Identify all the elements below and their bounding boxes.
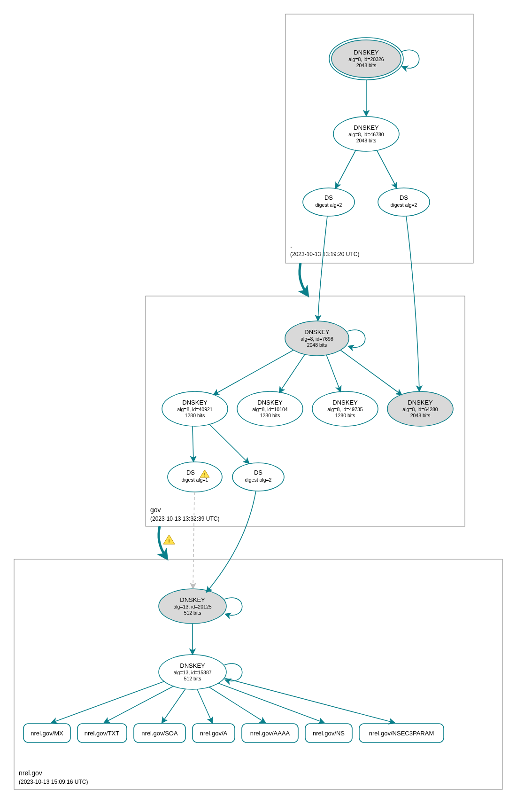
edge-zsk-to-soa (162, 689, 185, 723)
svg-text:alg=8, id=64280: alg=8, id=64280 (402, 406, 438, 412)
node-gov-zsk4: DNSKEY alg=8, id=64280 2048 bits (387, 391, 453, 426)
edge-gov-ds2-to-nrel-ksk (207, 491, 256, 592)
svg-text:DNSKEY: DNSKEY (332, 399, 358, 406)
node-gov-zsk2: DNSKEY alg=8, id=10104 1280 bits (237, 391, 303, 426)
node-gov-ksk: DNSKEY alg=8, id=7698 2048 bits (285, 321, 349, 356)
node-gov-ds2: DS digest alg=2 (232, 463, 284, 491)
edge-root-zsk-to-ds1 (336, 150, 356, 188)
svg-text:nrel.gov/A: nrel.gov/A (200, 730, 228, 737)
edge-gov-zsk1-to-ds2 (209, 424, 249, 463)
edge-gov-ksk-to-zsk2 (279, 354, 305, 392)
svg-text:DS: DS (254, 469, 262, 476)
svg-text:alg=8, id=10104: alg=8, id=10104 (252, 406, 287, 412)
delegation-root-to-gov (300, 263, 308, 295)
svg-text:512 bits: 512 bits (184, 610, 201, 616)
zone-timestamp-root: (2023-10-13 13:19:20 UTC) (290, 251, 359, 258)
edge-self-root-ksk (401, 50, 419, 68)
zone-label-nrel: nrel.gov (19, 769, 42, 777)
svg-text:DNSKEY: DNSKEY (354, 124, 379, 131)
edge-gov-ds1-to-nrel-ksk (193, 492, 194, 588)
svg-text:DNSKEY: DNSKEY (354, 49, 379, 56)
edge-zsk-to-nsec3 (224, 678, 394, 723)
svg-text:2048 bits: 2048 bits (356, 62, 377, 68)
svg-text:nrel.gov/TXT: nrel.gov/TXT (85, 730, 119, 737)
svg-text:1280 bits: 1280 bits (335, 413, 355, 418)
edge-zsk-to-mx (52, 681, 164, 723)
svg-text:nrel.gov/NSEC3PARAM: nrel.gov/NSEC3PARAM (369, 730, 434, 737)
edge-zsk-to-txt (104, 686, 174, 723)
svg-text:DNSKEY: DNSKEY (180, 596, 205, 603)
svg-text:512 bits: 512 bits (184, 676, 201, 681)
svg-text:digest alg=2: digest alg=2 (245, 477, 272, 483)
node-gov-zsk3: DNSKEY alg=8, id=49735 1280 bits (312, 391, 378, 426)
svg-text:2048 bits: 2048 bits (410, 413, 431, 418)
edge-root-ds1-to-gov-ksk (318, 216, 327, 320)
svg-text:nrel.gov/SOA: nrel.gov/SOA (141, 730, 178, 737)
svg-text:DNSKEY: DNSKEY (257, 399, 283, 406)
node-root-ds1: DS digest alg=2 (303, 188, 355, 216)
svg-text:DS: DS (324, 194, 333, 201)
svg-text:alg=13, id=15387: alg=13, id=15387 (173, 670, 211, 675)
svg-text:DS: DS (400, 194, 408, 201)
edge-gov-zsk1-to-ds1 (193, 426, 193, 461)
zone-timestamp-gov: (2023-10-13 13:32:39 UTC) (150, 515, 219, 522)
node-root-ds2: DS digest alg=2 (378, 188, 430, 216)
edge-root-ds2-to-gov-zsk4 (406, 216, 419, 391)
svg-text:alg=8, id=7698: alg=8, id=7698 (301, 336, 333, 342)
svg-text:!: ! (168, 539, 170, 544)
svg-text:2048 bits: 2048 bits (307, 342, 327, 348)
node-nrel-ksk: DNSKEY alg=13, id=20125 512 bits (159, 589, 226, 624)
edge-self-gov-ksk (347, 330, 365, 347)
svg-text:DNSKEY: DNSKEY (180, 662, 205, 669)
svg-text:alg=8, id=49735: alg=8, id=49735 (327, 406, 362, 412)
dnssec-graph: . (2023-10-13 13:19:20 UTC) DNSKEY alg=8… (0, 0, 532, 804)
svg-text:1280 bits: 1280 bits (185, 413, 205, 418)
svg-text:!: ! (204, 472, 206, 477)
zone-label-root: . (290, 242, 292, 249)
svg-text:digest alg=2: digest alg=2 (391, 202, 417, 208)
node-gov-zsk1: DNSKEY alg=8, id=40921 1280 bits (162, 391, 228, 426)
edge-zsk-to-aaaa (209, 687, 265, 723)
svg-text:alg=8, id=20326: alg=8, id=20326 (348, 56, 384, 62)
svg-text:alg=13, id=20125: alg=13, id=20125 (173, 604, 211, 609)
rrset-row: nrel.gov/MX nrel.gov/TXT nrel.gov/SOA nr… (23, 724, 444, 742)
svg-text:2048 bits: 2048 bits (356, 138, 377, 143)
svg-text:DS: DS (186, 469, 195, 476)
edge-gov-ksk-to-zsk3 (326, 355, 340, 391)
svg-text:digest alg=2: digest alg=2 (316, 202, 342, 208)
node-root-zsk: DNSKEY alg=8, id=46780 2048 bits (333, 117, 399, 151)
zone-timestamp-nrel: (2023-10-13 15:09:16 UTC) (19, 779, 88, 785)
svg-text:DNSKEY: DNSKEY (408, 399, 433, 406)
svg-text:nrel.gov/MX: nrel.gov/MX (31, 730, 63, 737)
edge-self-nrel-ksk (224, 598, 242, 615)
node-root-ksk: DNSKEY alg=8, id=20326 2048 bits (329, 38, 403, 80)
edge-gov-ksk-to-zsk1 (214, 350, 293, 395)
node-nrel-zsk: DNSKEY alg=13, id=15387 512 bits (159, 655, 226, 689)
svg-text:alg=8, id=46780: alg=8, id=46780 (348, 132, 384, 137)
svg-text:nrel.gov/AAAA: nrel.gov/AAAA (250, 730, 290, 737)
edge-gov-ksk-to-zsk4 (340, 350, 401, 395)
edge-root-zsk-to-ds2 (377, 150, 397, 188)
zone-label-gov: gov (150, 506, 161, 514)
warning-icon: ! (163, 535, 175, 544)
svg-text:1280 bits: 1280 bits (260, 413, 280, 418)
edge-zsk-to-a (197, 689, 212, 723)
svg-text:DNSKEY: DNSKEY (304, 328, 330, 336)
svg-text:nrel.gov/NS: nrel.gov/NS (313, 730, 345, 737)
zone-box-nrel (14, 559, 502, 789)
svg-text:alg=8, id=40921: alg=8, id=40921 (177, 406, 212, 412)
svg-text:digest alg=1: digest alg=1 (182, 477, 208, 483)
node-gov-ds1: DS digest alg=1 ! (168, 462, 222, 492)
svg-text:DNSKEY: DNSKEY (182, 399, 208, 406)
